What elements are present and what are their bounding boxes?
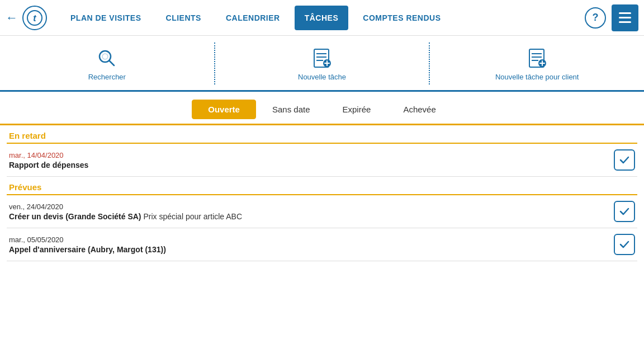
new-task-icon — [310, 46, 334, 70]
tabs-row: Ouverte Sans date Expirée Achevée — [0, 92, 644, 119]
nav-links: PLAN DE VISITES CLIENTS CALENDRIER TÂCHE… — [58, 0, 585, 36]
toolbar: Rechercher Nouvelle tâche — [0, 36, 644, 92]
task-info: mar., 14/04/2020 Rapport de dépenses — [9, 151, 609, 170]
task-date: mar., 14/04/2020 — [9, 151, 609, 159]
back-button[interactable]: ← — [6, 11, 18, 25]
menu-line-1 — [619, 12, 631, 14]
section-header-en-retard: En retard — [7, 125, 637, 144]
menu-line-2 — [619, 17, 631, 18]
task-check-button[interactable] — [614, 201, 635, 222]
task-info: ven., 24/04/2020 Créer un devis (Grande … — [9, 203, 609, 221]
table-row[interactable]: ven., 24/04/2020 Créer un devis (Grande … — [7, 195, 637, 228]
nav-plan-de-visites[interactable]: PLAN DE VISITES — [58, 0, 154, 36]
task-date: ven., 24/04/2020 — [9, 203, 609, 211]
menu-line-3 — [619, 21, 631, 23]
nav-comptes-rendus[interactable]: COMPTES RENDUS — [351, 0, 453, 36]
tab-achevee[interactable]: Achevée — [387, 100, 452, 119]
toolbar-rechercher[interactable]: Rechercher — [0, 43, 215, 84]
toolbar-nouvelle-tache-client[interactable]: Nouvelle tâche pour client — [430, 43, 644, 84]
svg-line-3 — [110, 61, 115, 66]
content-area: En retard mar., 14/04/2020 Rapport de dé… — [0, 125, 644, 261]
nav-calendrier[interactable]: CALENDRIER — [214, 0, 292, 36]
table-row[interactable]: mar., 14/04/2020 Rapport de dépenses — [7, 144, 637, 177]
task-title: Créer un devis (Grande Société SA) Prix … — [9, 212, 609, 221]
logo[interactable]: t — [22, 6, 47, 30]
svg-point-4 — [102, 54, 108, 59]
nav-clients[interactable]: CLIENTS — [154, 0, 214, 36]
tab-ouverte[interactable]: Ouverte — [192, 100, 256, 119]
task-check-button[interactable] — [614, 234, 635, 255]
help-button[interactable]: ? — [585, 7, 606, 29]
task-description: Prix spécial pour article ABC — [141, 212, 243, 221]
task-date: mar., 05/05/2020 — [9, 236, 609, 244]
task-title: Appel d'anniversaire (Aubry, Margot (131… — [9, 245, 609, 254]
section-header-prevues: Prévues — [7, 177, 637, 195]
task-title-bold: Créer un devis (Grande Société SA) — [9, 212, 141, 221]
task-check-button[interactable] — [614, 149, 635, 171]
search-icon — [94, 46, 119, 70]
new-task-client-icon — [525, 46, 550, 70]
toolbar-nouvelle-tache[interactable]: Nouvelle tâche — [215, 43, 430, 84]
nouvelle-tache-client-label: Nouvelle tâche pour client — [495, 73, 579, 81]
task-info: mar., 05/05/2020 Appel d'anniversaire (A… — [9, 236, 609, 254]
nav-bar: ← t PLAN DE VISITES CLIENTS CALENDRIER T… — [0, 0, 644, 36]
nav-taches[interactable]: TÂCHES — [295, 6, 349, 30]
svg-text:t: t — [33, 13, 36, 23]
nouvelle-tache-label: Nouvelle tâche — [298, 73, 346, 81]
tab-expiree[interactable]: Expirée — [326, 100, 387, 119]
tab-sans-date[interactable]: Sans date — [256, 100, 326, 119]
task-title: Rapport de dépenses — [9, 161, 609, 170]
menu-button[interactable] — [612, 4, 638, 31]
table-row[interactable]: mar., 05/05/2020 Appel d'anniversaire (A… — [7, 228, 637, 261]
rechercher-label: Rechercher — [88, 73, 126, 81]
